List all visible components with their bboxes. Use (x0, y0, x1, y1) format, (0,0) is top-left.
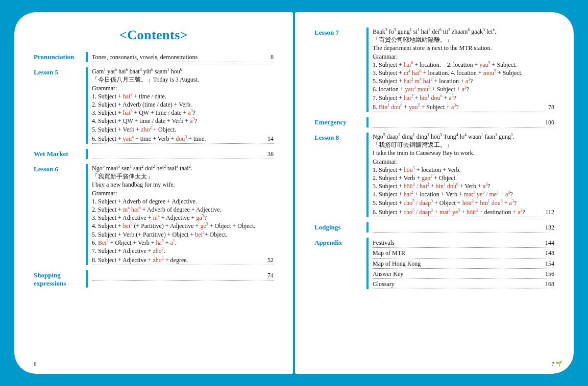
page-number: 156 (537, 270, 554, 278)
entry-content: 100 (373, 117, 554, 127)
page-number: 78 (537, 103, 554, 111)
page-number: 74 (256, 271, 274, 279)
page-row: 36 (92, 149, 274, 159)
content-line: 1. Subject + hai6 + time / date. (92, 92, 274, 100)
content-line: 7. Subject + hai2 + bin1 dou6 + a3? (373, 94, 554, 102)
page-number: 132 (537, 223, 554, 231)
content-line: Ngo5 daap3 ding1 ding1 höü3 Tung4 lo4 wa… (373, 133, 554, 141)
accent-bar (86, 270, 88, 288)
page-number: 112 (537, 208, 554, 216)
sprout-icon: 🌱 (555, 361, 562, 367)
content-line: 3. Subject + Adjective + m4 + Adjective … (92, 214, 274, 222)
content-line: 4. Subject + QW + time / date + Verb + a… (92, 117, 274, 125)
entry-label: Lesson 5 (34, 67, 86, 76)
accent-bar (366, 28, 369, 112)
toc-entry: Lesson 8Ngo5 daap3 ding1 ding1 höü3 Tung… (314, 133, 554, 217)
accent-bar (86, 164, 88, 265)
accent-bar (86, 67, 88, 144)
toc-entry: Lesson 6Ngo5 maai5 san1 sau2 doi2 bei2 t… (34, 164, 274, 265)
entry-label: Lesson 8 (314, 133, 366, 142)
entry-content: Festivals144Map of MTR148Map of Hong Kon… (373, 238, 554, 289)
row-text: Map of MTR (373, 249, 537, 257)
content-line: 2. Subject + Verb + gan2 + Object. (373, 174, 554, 182)
content-line: Grammar: (92, 189, 274, 197)
content-line: 「我買新手袋俾太太」 (92, 172, 274, 181)
entry-content: Ngo5 maai5 san1 sau2 doi2 bei2 taai3 taa… (92, 164, 274, 265)
content-line: Baak3 fo3 gung1 si1 hai2 dei6 tit3 zhaam… (373, 28, 554, 36)
entry-label: Lodgings (314, 222, 366, 231)
page-number: 36 (256, 150, 274, 158)
accent-bar (86, 52, 88, 62)
row-text: Glossary (373, 280, 537, 288)
content-line: 1. Subject + hai6 + location. 2. locatio… (373, 61, 554, 69)
row-text: Answer Key (373, 270, 537, 278)
accent-bar (366, 117, 369, 127)
content-line: 「百貨公司喺地鐵站隔離。」 (373, 36, 554, 44)
page-row: Tones, consonants, vowels, demonstration… (92, 52, 274, 62)
content-line: 5. Subject + hai2 m4 hai2 + location + a… (373, 77, 554, 85)
toc-entry: Lesson 7Baak3 fo3 gung1 si1 hai2 dei6 ti… (314, 28, 554, 112)
content-line: 2. Subject + Adverb (time / date) + Verb… (92, 100, 274, 109)
page-row: 8. Subject + Adjective + zho2 + degree.5… (92, 255, 274, 265)
toc-entry: Emergency100 (314, 117, 554, 127)
page-number: 52 (256, 256, 274, 264)
content-line: 1. Subject + Adverb of degree + Adjectiv… (92, 197, 274, 205)
page-row: Festivals144 (373, 238, 554, 248)
toc-entry: Wet Market36 (34, 149, 274, 159)
entry-label: Shopping expressions (34, 270, 86, 288)
row-text: Map of Hong Kong (373, 260, 537, 268)
row-text: Festivals (373, 239, 537, 247)
page-row: 74 (92, 270, 274, 280)
page-number: 14 (256, 135, 274, 143)
content-line: 5. Subject + Verb + zho2 + Object. (92, 125, 274, 134)
content-line: 7. Subject + Adjective + zho2. (92, 247, 274, 255)
page-row: Answer Key156 (373, 269, 554, 279)
entry-label: Wet Market (34, 149, 86, 158)
accent-bar (86, 149, 88, 159)
page-number: 100 (537, 118, 554, 126)
page-row: 100 (373, 117, 554, 127)
entry-label: Lesson 6 (34, 164, 86, 173)
content-line: The department store is next to the MTR … (373, 44, 554, 52)
row-text: 8. Bin1 dou6 + yau5 + Subject + a3? (373, 103, 537, 111)
page-row: 132 (373, 222, 554, 233)
content-line: Grammar: (373, 53, 554, 61)
content-line: 6. location + yau5 mou5 + Subject + a3? (373, 85, 554, 93)
entry-content: Baak3 fo3 gung1 si1 hai2 dei6 tit3 zhaam… (373, 28, 554, 112)
right-entries: Lesson 7Baak3 fo3 gung1 si1 hai2 dei6 ti… (314, 28, 554, 289)
content-line: 1. Subject + höü3 + location + Verb. (373, 166, 554, 174)
row-text: 6. Subject + yau4 + time + Verb + dou3 +… (92, 135, 256, 143)
entry-content: Ngo5 daap3 ding1 ding1 höü3 Tung4 lo4 wa… (373, 133, 554, 217)
page-row: 8. Bin1 dou6 + yau5 + Subject + a3?78 (373, 102, 554, 112)
toc-entry: Lesson 5Gam1 yat6 hai6 baat3 yüt6 saam1 … (34, 67, 274, 144)
page-row: 6. Subject + yau4 + time + Verb + dou3 +… (92, 134, 274, 144)
accent-bar (366, 238, 369, 289)
content-line: 3. Subject + hai6 + QW + time / date + a… (92, 109, 274, 117)
page-number: 154 (537, 260, 554, 268)
page-row: Glossary168 (373, 279, 554, 289)
entry-content: Tones, consonants, vowels, demonstration… (92, 52, 274, 62)
book-spread: <Contents> PronunciationTones, consonant… (0, 0, 588, 386)
content-line: 5. Subject + Verb (+ Partitive) + Object… (92, 230, 274, 239)
toc-entry: AppendixFestivals144Map of MTR148Map of … (314, 238, 554, 289)
content-line: 4. Subject + bei2 (+ Partitive) + Adject… (92, 222, 274, 230)
page-number: 144 (537, 239, 554, 247)
content-line: I buy a new handbag for my wife. (92, 181, 274, 189)
entry-label: Pronunciation (34, 52, 86, 61)
left-entries: PronunciationTones, consonants, vowels, … (34, 52, 274, 288)
content-line: Gam1 yat6 hai6 baat3 yüt6 saam1 hou6 (92, 67, 274, 75)
page-number-left: 6 (34, 361, 37, 367)
content-line: I take the tram to Causeway Bay to work. (373, 149, 554, 157)
content-line: 「我搭叮叮去銅鑼灣返工。」 (373, 141, 554, 149)
entry-label: Lesson 7 (314, 28, 366, 37)
page-row: Map of Hong Kong154 (373, 259, 554, 269)
content-line: Grammar: (373, 158, 554, 166)
content-line: 6. Bei2 + Object + Verb + ha5 + a1. (92, 239, 274, 247)
content-line: 5. Subject + cho5 / daap3 + Object + höü… (373, 199, 554, 207)
toc-entry: Shopping expressions74 (34, 270, 274, 288)
row-text: 8. Subject + Adjective + zho2 + degree. (92, 256, 256, 264)
page-row: 6. Subject + cho5 / daap3 + mat1 ye5 + h… (373, 207, 554, 217)
entry-content: Gam1 yat6 hai6 baat3 yüt6 saam1 hou6「今日係… (92, 67, 274, 144)
content-line: 3. Subject + höü3 / hai2 + bin1 dou6 + V… (373, 182, 554, 190)
entry-content: 74 (92, 270, 274, 280)
